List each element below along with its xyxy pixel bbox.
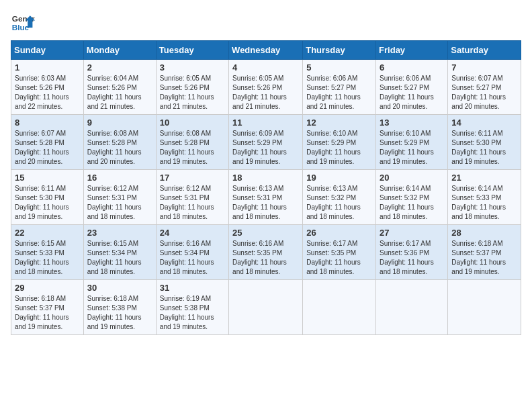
- calendar-week-row: 15 Sunrise: 6:11 AM Sunset: 5:30 PM Dayl…: [11, 170, 521, 225]
- calendar-cell: 23 Sunrise: 6:15 AM Sunset: 5:34 PM Dayl…: [83, 225, 156, 280]
- calendar-cell: 12 Sunrise: 6:10 AM Sunset: 5:29 PM Dayl…: [303, 115, 376, 170]
- calendar-header-saturday: Saturday: [448, 41, 521, 60]
- calendar-cell: 7 Sunrise: 6:07 AM Sunset: 5:27 PM Dayli…: [448, 60, 521, 115]
- day-number: 9: [87, 118, 152, 128]
- day-info: Sunrise: 6:10 AM Sunset: 5:29 PM Dayligh…: [380, 129, 444, 167]
- day-info: Sunrise: 6:10 AM Sunset: 5:29 PM Dayligh…: [306, 129, 372, 167]
- day-number: 19: [306, 173, 372, 183]
- day-number: 2: [87, 62, 152, 73]
- calendar-week-row: 22 Sunrise: 6:15 AM Sunset: 5:33 PM Dayl…: [11, 225, 521, 280]
- calendar-cell: 6 Sunrise: 6:06 AM Sunset: 5:27 PM Dayli…: [376, 60, 448, 115]
- day-number: 27: [380, 228, 444, 238]
- day-number: 23: [87, 228, 152, 238]
- day-number: 6: [380, 62, 444, 73]
- calendar-header-wednesday: Wednesday: [229, 41, 303, 60]
- header: General Blue: [11, 11, 521, 35]
- calendar-cell: 30 Sunrise: 6:18 AM Sunset: 5:38 PM Dayl…: [83, 280, 156, 335]
- day-info: Sunrise: 6:11 AM Sunset: 5:30 PM Dayligh…: [15, 184, 80, 222]
- calendar-header-tuesday: Tuesday: [156, 41, 228, 60]
- calendar-cell: 24 Sunrise: 6:16 AM Sunset: 5:34 PM Dayl…: [156, 225, 228, 280]
- day-number: 28: [451, 228, 517, 238]
- calendar-cell: 29 Sunrise: 6:18 AM Sunset: 5:37 PM Dayl…: [11, 280, 84, 335]
- calendar-cell: 31 Sunrise: 6:19 AM Sunset: 5:38 PM Dayl…: [156, 280, 228, 335]
- day-number: 17: [160, 173, 225, 183]
- day-info: Sunrise: 6:05 AM Sunset: 5:26 PM Dayligh…: [160, 74, 225, 111]
- day-info: Sunrise: 6:09 AM Sunset: 5:29 PM Dayligh…: [232, 129, 299, 167]
- day-number: 18: [232, 173, 299, 183]
- day-info: Sunrise: 6:05 AM Sunset: 5:26 PM Dayligh…: [232, 74, 299, 111]
- day-info: Sunrise: 6:18 AM Sunset: 5:38 PM Dayligh…: [87, 294, 152, 332]
- calendar-cell: 3 Sunrise: 6:05 AM Sunset: 5:26 PM Dayli…: [156, 60, 228, 115]
- day-number: 4: [232, 62, 299, 73]
- day-number: 7: [451, 62, 517, 73]
- calendar-cell: 4 Sunrise: 6:05 AM Sunset: 5:26 PM Dayli…: [229, 60, 303, 115]
- svg-text:Blue: Blue: [12, 23, 30, 32]
- calendar-header-friday: Friday: [376, 41, 448, 60]
- calendar-week-row: 29 Sunrise: 6:18 AM Sunset: 5:37 PM Dayl…: [11, 280, 521, 335]
- day-info: Sunrise: 6:07 AM Sunset: 5:27 PM Dayligh…: [451, 74, 517, 111]
- day-number: 1: [15, 62, 80, 73]
- day-number: 22: [15, 228, 80, 238]
- calendar-cell: 17 Sunrise: 6:12 AM Sunset: 5:31 PM Dayl…: [156, 170, 228, 225]
- calendar-cell: 27 Sunrise: 6:17 AM Sunset: 5:36 PM Dayl…: [376, 225, 448, 280]
- calendar-header-monday: Monday: [83, 41, 156, 60]
- calendar-cell: 21 Sunrise: 6:14 AM Sunset: 5:33 PM Dayl…: [448, 170, 521, 225]
- day-number: 16: [87, 173, 152, 183]
- day-number: 8: [15, 118, 80, 128]
- calendar-cell: 10 Sunrise: 6:08 AM Sunset: 5:28 PM Dayl…: [156, 115, 228, 170]
- calendar-cell: 15 Sunrise: 6:11 AM Sunset: 5:30 PM Dayl…: [11, 170, 84, 225]
- calendar-cell: 25 Sunrise: 6:16 AM Sunset: 5:35 PM Dayl…: [229, 225, 303, 280]
- calendar-cell: [448, 280, 521, 335]
- day-info: Sunrise: 6:13 AM Sunset: 5:32 PM Dayligh…: [306, 184, 372, 222]
- calendar-cell: [303, 280, 376, 335]
- day-number: 30: [87, 283, 152, 293]
- calendar-cell: [376, 280, 448, 335]
- calendar-cell: 9 Sunrise: 6:08 AM Sunset: 5:28 PM Dayli…: [83, 115, 156, 170]
- calendar-week-row: 1 Sunrise: 6:03 AM Sunset: 5:26 PM Dayli…: [11, 60, 521, 115]
- day-number: 14: [451, 118, 517, 128]
- day-info: Sunrise: 6:12 AM Sunset: 5:31 PM Dayligh…: [87, 184, 152, 222]
- day-info: Sunrise: 6:15 AM Sunset: 5:33 PM Dayligh…: [15, 239, 80, 277]
- calendar-header-row: SundayMondayTuesdayWednesdayThursdayFrid…: [11, 41, 521, 60]
- day-info: Sunrise: 6:15 AM Sunset: 5:34 PM Dayligh…: [87, 239, 152, 277]
- day-info: Sunrise: 6:17 AM Sunset: 5:35 PM Dayligh…: [306, 239, 372, 277]
- day-number: 21: [451, 173, 517, 183]
- calendar-cell: 14 Sunrise: 6:11 AM Sunset: 5:30 PM Dayl…: [448, 115, 521, 170]
- logo: General Blue: [11, 11, 35, 35]
- calendar-cell: 8 Sunrise: 6:07 AM Sunset: 5:28 PM Dayli…: [11, 115, 84, 170]
- calendar-cell: 19 Sunrise: 6:13 AM Sunset: 5:32 PM Dayl…: [303, 170, 376, 225]
- day-info: Sunrise: 6:13 AM Sunset: 5:31 PM Dayligh…: [232, 184, 299, 222]
- day-info: Sunrise: 6:08 AM Sunset: 5:28 PM Dayligh…: [160, 129, 225, 167]
- calendar-week-row: 8 Sunrise: 6:07 AM Sunset: 5:28 PM Dayli…: [11, 115, 521, 170]
- day-info: Sunrise: 6:08 AM Sunset: 5:28 PM Dayligh…: [87, 129, 152, 167]
- day-number: 29: [15, 283, 80, 293]
- day-number: 3: [160, 62, 225, 73]
- day-number: 5: [306, 62, 372, 73]
- day-number: 20: [380, 173, 444, 183]
- day-number: 13: [380, 118, 444, 128]
- calendar-cell: 11 Sunrise: 6:09 AM Sunset: 5:29 PM Dayl…: [229, 115, 303, 170]
- day-number: 15: [15, 173, 80, 183]
- day-number: 12: [306, 118, 372, 128]
- calendar-cell: 16 Sunrise: 6:12 AM Sunset: 5:31 PM Dayl…: [83, 170, 156, 225]
- day-info: Sunrise: 6:14 AM Sunset: 5:33 PM Dayligh…: [451, 184, 517, 222]
- calendar-cell: 28 Sunrise: 6:18 AM Sunset: 5:37 PM Dayl…: [448, 225, 521, 280]
- day-info: Sunrise: 6:19 AM Sunset: 5:38 PM Dayligh…: [160, 294, 225, 332]
- day-number: 24: [160, 228, 225, 238]
- day-number: 11: [232, 118, 299, 128]
- day-info: Sunrise: 6:06 AM Sunset: 5:27 PM Dayligh…: [306, 74, 372, 111]
- day-number: 25: [232, 228, 299, 238]
- day-info: Sunrise: 6:03 AM Sunset: 5:26 PM Dayligh…: [15, 74, 80, 111]
- logo-icon: General Blue: [11, 11, 35, 35]
- day-info: Sunrise: 6:18 AM Sunset: 5:37 PM Dayligh…: [15, 294, 80, 332]
- calendar-cell: [229, 280, 303, 335]
- calendar-table: SundayMondayTuesdayWednesdayThursdayFrid…: [11, 40, 521, 335]
- day-number: 26: [306, 228, 372, 238]
- day-info: Sunrise: 6:17 AM Sunset: 5:36 PM Dayligh…: [380, 239, 444, 277]
- day-info: Sunrise: 6:18 AM Sunset: 5:37 PM Dayligh…: [451, 239, 517, 277]
- calendar-cell: 18 Sunrise: 6:13 AM Sunset: 5:31 PM Dayl…: [229, 170, 303, 225]
- calendar-cell: 26 Sunrise: 6:17 AM Sunset: 5:35 PM Dayl…: [303, 225, 376, 280]
- calendar-cell: 2 Sunrise: 6:04 AM Sunset: 5:26 PM Dayli…: [83, 60, 156, 115]
- day-info: Sunrise: 6:04 AM Sunset: 5:26 PM Dayligh…: [87, 74, 152, 111]
- day-info: Sunrise: 6:11 AM Sunset: 5:30 PM Dayligh…: [451, 129, 517, 167]
